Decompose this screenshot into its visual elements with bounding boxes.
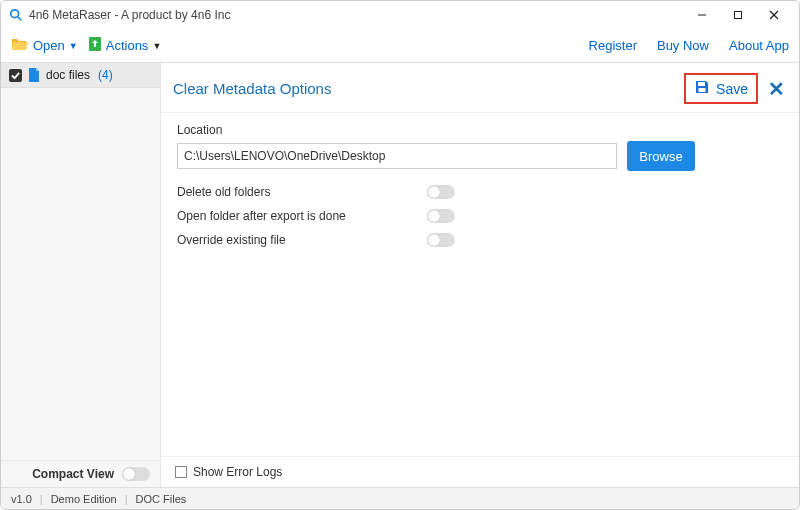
toolbar: Open ▼ Actions ▼ Register Buy Now About … <box>1 29 799 63</box>
location-input[interactable] <box>177 143 617 169</box>
svg-rect-7 <box>698 82 705 86</box>
folder-open-icon <box>11 37 29 54</box>
register-link[interactable]: Register <box>589 38 637 53</box>
save-button[interactable]: Save <box>690 77 752 100</box>
save-highlight-box: Save <box>684 73 758 104</box>
main-panel: Clear Metadata Options Save ✕ Location B… <box>161 63 799 487</box>
caret-down-icon: ▼ <box>152 41 161 51</box>
window-controls <box>685 3 791 27</box>
override-existing-toggle[interactable] <box>427 233 455 247</box>
status-files: DOC Files <box>136 493 187 505</box>
save-icon <box>694 79 710 98</box>
actions-icon <box>88 36 102 55</box>
sidebar: doc files (4) Compact View <box>1 63 161 487</box>
svg-line-1 <box>18 17 22 21</box>
panel-title: Clear Metadata Options <box>173 80 331 97</box>
option-delete-old-folders: Delete old folders <box>177 185 783 199</box>
svg-rect-3 <box>735 12 742 19</box>
buy-now-link[interactable]: Buy Now <box>657 38 709 53</box>
browse-button[interactable]: Browse <box>627 141 695 171</box>
delete-old-folders-toggle[interactable] <box>427 185 455 199</box>
open-folder-after-toggle[interactable] <box>427 209 455 223</box>
status-version: v1.0 <box>11 493 32 505</box>
sidebar-item-label: doc files <box>46 68 90 82</box>
show-error-logs-label: Show Error Logs <box>193 465 282 479</box>
maximize-button[interactable] <box>721 3 755 27</box>
main-footer: Show Error Logs <box>161 456 799 487</box>
svg-rect-8 <box>699 88 706 92</box>
close-panel-button[interactable]: ✕ <box>766 77 787 101</box>
minimize-button[interactable] <box>685 3 719 27</box>
compact-view-toggle[interactable] <box>122 467 150 481</box>
open-menu[interactable]: Open ▼ <box>11 37 78 54</box>
main-header: Clear Metadata Options Save ✕ <box>161 63 799 113</box>
svg-point-0 <box>11 10 19 18</box>
option-open-folder-after: Open folder after export is done <box>177 209 783 223</box>
content: doc files (4) Compact View Clear Metadat… <box>1 63 799 487</box>
location-label: Location <box>177 123 783 137</box>
app-icon <box>9 8 23 22</box>
compact-view-label: Compact View <box>32 467 114 481</box>
close-window-button[interactable] <box>757 3 791 27</box>
checkbox-checked-icon[interactable] <box>9 69 22 82</box>
titlebar: 4n6 MetaRaser - A product by 4n6 Inc <box>1 1 799 29</box>
sidebar-item-doc-files[interactable]: doc files (4) <box>1 63 160 88</box>
caret-down-icon: ▼ <box>69 41 78 51</box>
statusbar: v1.0 | Demo Edition | DOC Files <box>1 487 799 509</box>
option-override-existing: Override existing file <box>177 233 783 247</box>
main-body: Location Browse Delete old folders Open … <box>161 113 799 456</box>
sidebar-item-count: (4) <box>98 68 113 82</box>
about-app-link[interactable]: About App <box>729 38 789 53</box>
window-title: 4n6 MetaRaser - A product by 4n6 Inc <box>29 8 230 22</box>
file-icon <box>28 68 40 82</box>
compact-view-row: Compact View <box>1 460 160 487</box>
show-error-logs-checkbox[interactable] <box>175 466 187 478</box>
status-edition: Demo Edition <box>51 493 117 505</box>
actions-menu[interactable]: Actions ▼ <box>88 36 162 55</box>
